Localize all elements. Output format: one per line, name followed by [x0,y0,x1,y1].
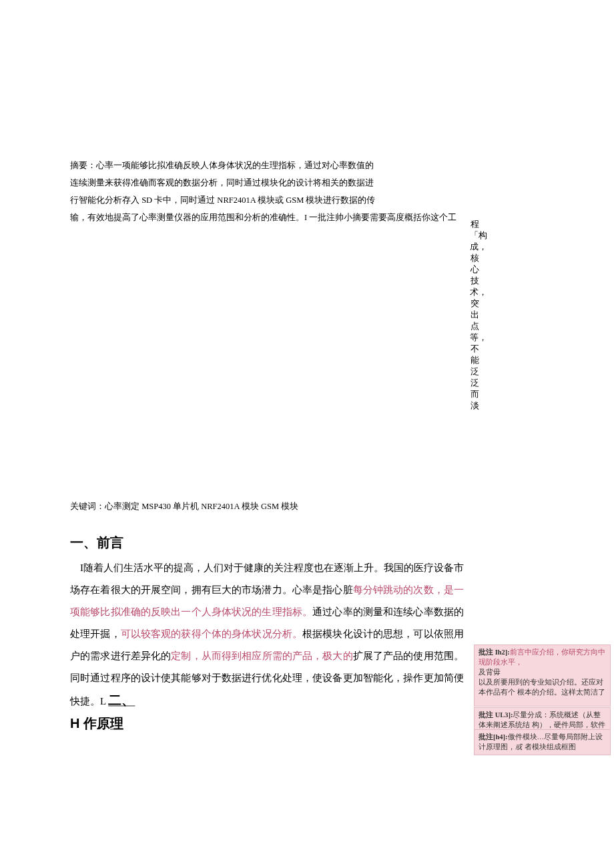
vertical-annotation: 程「构成，核心技术，突出点等，不能泛泛而淡 [470,219,479,412]
abstract-block: 摘要：心率一项能够比拟准确反映人体身体状况的生理指标，通过对心率数值的 连续测量… [70,157,464,226]
body-p1f: 定制，从而得到相应所需的产品，极大的 [171,650,352,661]
keywords-text: 心率测定 MSP430 单片机 NRF2401A 模块 GSM 模块 [105,502,298,511]
comment-text: 及背毋 [479,669,501,676]
comment-tag: 批注[h4]: [479,733,508,741]
comment-text: 以及所要用到的专业知识介绍。还应对本作品有个 根本的介绍。这样太简洁了 [479,679,605,696]
comment-balloon-1[interactable]: 批注 Ih2]:前言中应介绍，你研究方向中现阶段水平， 及背毋 以及所要用到的专… [474,644,611,707]
heading-preface: 一、前言 [70,534,123,552]
comment-tag: 批注 Ih2]: [479,648,510,656]
keywords-label: 关键词： [70,502,105,511]
sec2-title: H 作原 [70,716,110,731]
sec2-title-u: 理 [110,716,123,731]
sec2-cn: 二、 [108,693,135,707]
body-p1d: 可以较客观的获得个体的身体状况分析。 [121,628,302,639]
comment-text: 者模块组成框图 [523,743,576,751]
abstract-label: 摘要： [70,161,96,170]
comment-tag: 批注 UL3]: [479,711,513,719]
sec2-prefix: L [100,696,108,707]
abstract-line4: 输，有效地提高了心率测量仪器的应用范围和分析的准确性。I 一批注帅小摘要需要高度… [70,213,456,222]
comment-balloon-3[interactable]: 批注[h4]:傲件模块…尽量每局部附上设计原理图，或 者模块组成框图 [474,729,611,755]
keywords-line: 关键词：心率测定 MSP430 单片机 NRF2401A 模块 GSM 模块 [70,501,298,512]
abstract-line3: 行智能化分析存入 SD 卡中，同时通过 NRF2401A 模块或 GSM 模块进… [70,195,375,205]
body-paragraph: I随着人们生活水平的提高，人们对于健康的关注程度也在逐渐上升。我国的医疗设备市场… [70,557,464,736]
abstract-text: 摘要：心率一项能够比拟准确反映人体身体状况的生理指标，通过对心率数值的 连续测量… [70,157,464,226]
abstract-line2: 连续测量来获得准确而客观的数据分析，同时通过模块化的设计将相关的数据进 [70,178,374,187]
comment-italic: 或 [515,743,523,751]
abstract-line1: 心率一项能够比拟准确反映人体身体状况的生理指标，通过对心率数值的 [96,161,374,170]
